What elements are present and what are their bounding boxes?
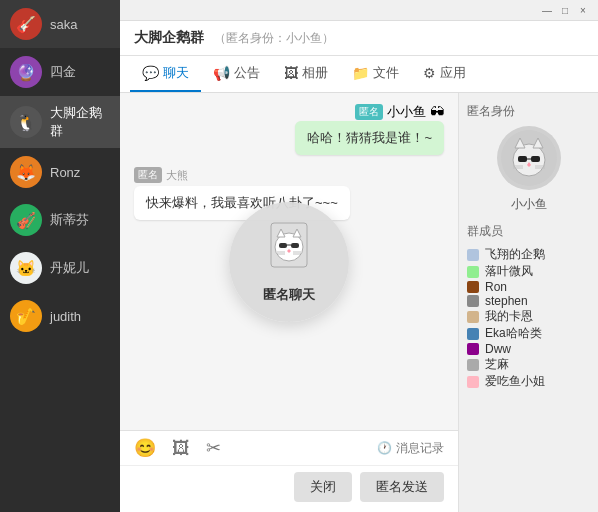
- anon-popup-label: 匿名聊天: [263, 286, 315, 304]
- right-panel: 匿名身份: [458, 93, 598, 512]
- tab-icon-photo: 🖼: [284, 65, 298, 81]
- sender-name: 小小鱼: [387, 103, 426, 121]
- chat-title: 大脚企鹅群: [134, 29, 204, 47]
- member-name: Ron: [485, 280, 507, 294]
- anon-identity-section: 匿名身份: [467, 103, 590, 213]
- avatar-danwan: 🐱: [10, 252, 42, 284]
- member-name: Eka哈哈类: [485, 325, 542, 342]
- member-color: [467, 343, 479, 355]
- member-name: 我的卡恩: [485, 308, 533, 325]
- anon-badge: 匿名: [134, 167, 162, 183]
- member-item: Ron: [467, 280, 590, 294]
- svg-rect-5: [291, 243, 299, 248]
- tab-label-chat: 聊天: [163, 64, 189, 82]
- member-item: 爱吃鱼小姐: [467, 373, 590, 390]
- anon-badge: 匿名: [355, 104, 383, 120]
- emoji-icon[interactable]: 😊: [134, 437, 156, 459]
- member-name: 落叶微风: [485, 263, 533, 280]
- anon-identity-title: 匿名身份: [467, 103, 515, 120]
- sidebar-label-saka: saka: [50, 17, 77, 32]
- maximize-button[interactable]: □: [558, 3, 572, 17]
- anon-avatar-large: [497, 126, 561, 190]
- tab-bar: 💬聊天📢公告🖼相册📁文件⚙应用: [120, 56, 598, 93]
- tab-chat[interactable]: 💬聊天: [130, 56, 201, 92]
- anon-identity-name: 小小鱼: [511, 196, 547, 213]
- window-titlebar: — □ ×: [120, 0, 598, 21]
- member-color: [467, 266, 479, 278]
- member-name: 爱吃鱼小姐: [485, 373, 545, 390]
- tab-file[interactable]: 📁文件: [340, 56, 411, 92]
- sidebar-item-judith[interactable]: 🎷 judith: [0, 292, 120, 340]
- avatar-judith: 🎷: [10, 300, 42, 332]
- sidebar-item-ronz[interactable]: 🦊 Ronz: [0, 148, 120, 196]
- svg-point-13: [513, 144, 545, 176]
- tab-icon-file: 📁: [352, 65, 369, 81]
- chat-toolbar: 😊 🖼 ✂ 🕐 消息记录: [120, 430, 458, 465]
- member-item: 飞翔的企鹅: [467, 246, 590, 263]
- sender-name: 大熊: [166, 168, 188, 183]
- main-area: — □ × 大脚企鹅群 （匿名身份：小小鱼） 💬聊天📢公告🖼相册📁文件⚙应用 匿…: [120, 0, 598, 512]
- close-button[interactable]: 关闭: [294, 472, 352, 502]
- message-row-msg2: 匿名 小小鱼 🕶 哈哈！猜猜我是谁！~: [134, 103, 444, 155]
- members-title: 群成员: [467, 223, 590, 240]
- sidebar-item-dajiao[interactable]: 🐧 大脚企鹅群: [0, 96, 120, 148]
- member-item: 芝麻: [467, 356, 590, 373]
- member-name: 芝麻: [485, 356, 509, 373]
- anon-popup-icon: [263, 219, 315, 280]
- anon-send-button[interactable]: 匿名发送: [360, 472, 444, 502]
- sidebar: 🎸 saka 🔮 四金 🐧 大脚企鹅群 🦊 Ronz 🎻 斯蒂芬 🐱 丹妮儿 🎷…: [0, 0, 120, 512]
- close-button[interactable]: ×: [576, 3, 590, 17]
- sidebar-label-dajiao: 大脚企鹅群: [50, 104, 110, 140]
- chat-header: 大脚企鹅群 （匿名身份：小小鱼）: [120, 21, 598, 56]
- tab-icon-app: ⚙: [423, 65, 436, 81]
- sender-icon: 🕶: [430, 104, 444, 120]
- tab-photo[interactable]: 🖼相册: [272, 56, 340, 92]
- member-color: [467, 281, 479, 293]
- sidebar-item-sipufen[interactable]: 🎻 斯蒂芬: [0, 196, 120, 244]
- input-area: 关闭 匿名发送: [120, 465, 458, 512]
- member-color: [467, 328, 479, 340]
- sidebar-item-danwan[interactable]: 🐱 丹妮儿: [0, 244, 120, 292]
- member-item: Eka哈哈类: [467, 325, 590, 342]
- sidebar-label-sijin: 四金: [50, 63, 76, 81]
- member-color: [467, 295, 479, 307]
- member-name: stephen: [485, 294, 528, 308]
- svg-rect-4: [279, 243, 287, 248]
- member-color: [467, 249, 479, 261]
- minimize-button[interactable]: —: [540, 3, 554, 17]
- history-button[interactable]: 🕐 消息记录: [377, 440, 444, 457]
- scissors-icon[interactable]: ✂: [206, 437, 221, 459]
- history-label: 消息记录: [396, 440, 444, 457]
- image-icon[interactable]: 🖼: [172, 438, 190, 459]
- tab-app[interactable]: ⚙应用: [411, 56, 478, 92]
- app-container: 🎸 saka 🔮 四金 🐧 大脚企鹅群 🦊 Ronz 🎻 斯蒂芬 🐱 丹妮儿 🎷…: [0, 0, 598, 512]
- chat-main: 匿名 小小鱼 🕶 哈哈！猜猜我是谁！~ 匿名 大熊 快来爆料，我最喜欢听八卦了~…: [120, 93, 458, 512]
- member-color: [467, 376, 479, 388]
- sidebar-label-sipufen: 斯蒂芬: [50, 211, 89, 229]
- chat-subtitle: （匿名身份：小小鱼）: [214, 30, 334, 47]
- member-name: Dww: [485, 342, 511, 356]
- member-item: Dww: [467, 342, 590, 356]
- sidebar-item-saka[interactable]: 🎸 saka: [0, 0, 120, 48]
- tab-notice[interactable]: 📢公告: [201, 56, 272, 92]
- sidebar-label-danwan: 丹妮儿: [50, 259, 89, 277]
- tab-icon-notice: 📢: [213, 65, 230, 81]
- member-name: 飞翔的企鹅: [485, 246, 545, 263]
- tab-label-photo: 相册: [302, 64, 328, 82]
- tab-label-notice: 公告: [234, 64, 260, 82]
- member-item: 落叶微风: [467, 263, 590, 280]
- anon-popup: 匿名聊天: [229, 202, 349, 322]
- avatar-sipufen: 🎻: [10, 204, 42, 236]
- avatar-ronz: 🦊: [10, 156, 42, 188]
- member-color: [467, 311, 479, 323]
- sidebar-item-sijin[interactable]: 🔮 四金: [0, 48, 120, 96]
- avatar-saka: 🎸: [10, 8, 42, 40]
- tab-label-app: 应用: [440, 64, 466, 82]
- member-item: stephen: [467, 294, 590, 308]
- tab-icon-chat: 💬: [142, 65, 159, 81]
- sidebar-label-ronz: Ronz: [50, 165, 80, 180]
- svg-rect-17: [531, 156, 540, 162]
- avatar-sijin: 🔮: [10, 56, 42, 88]
- message-meta: 匿名 大熊: [134, 167, 188, 183]
- avatar-dajiao: 🐧: [10, 106, 42, 138]
